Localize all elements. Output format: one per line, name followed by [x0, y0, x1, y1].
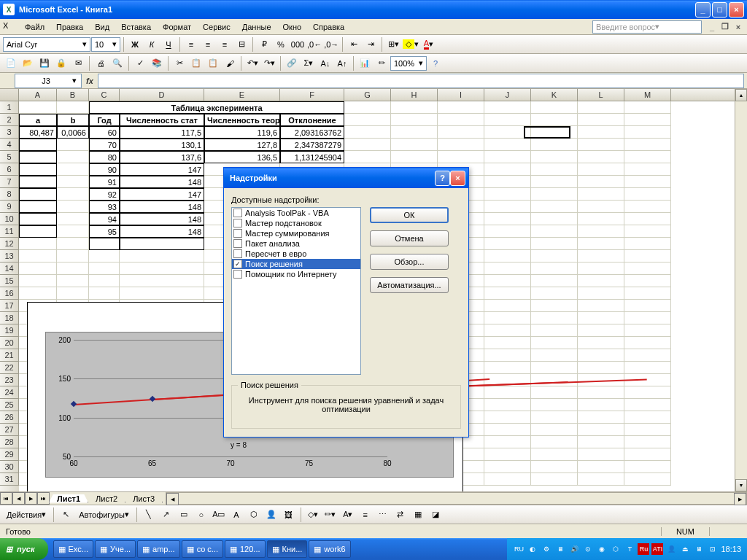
cell[interactable]: 60 [89, 126, 120, 139]
cell[interactable] [19, 201, 57, 213]
tray-icon[interactable]: ◐ [527, 543, 538, 555]
cell[interactable]: 119,6 [204, 126, 280, 139]
print-button[interactable]: 🖨 [93, 55, 109, 71]
dash-style-button[interactable]: ⋯ [375, 507, 391, 523]
cell[interactable]: 92 [89, 188, 120, 201]
copy-button[interactable]: 📋 [188, 55, 204, 71]
row-header[interactable]: 23 [0, 374, 19, 386]
hyperlink-button[interactable]: 🔗 [284, 55, 300, 71]
formula-bar[interactable] [98, 74, 744, 88]
row-header[interactable]: 27 [0, 424, 19, 436]
addin-checkbox[interactable] [233, 219, 242, 228]
borders-button[interactable]: ⊞▾ [385, 36, 401, 52]
line-style-button[interactable]: ≡ [357, 507, 374, 523]
doc-restore-button[interactable]: ❐ [719, 22, 731, 32]
tray-icon[interactable]: 👤 [665, 543, 677, 555]
cell[interactable] [19, 213, 57, 225]
redo-button[interactable]: ↷▾ [261, 55, 277, 71]
dialog-titlebar[interactable]: Надстройки ? × [224, 168, 468, 188]
sort-asc-button[interactable]: A↓ [317, 55, 333, 71]
decrease-decimal-button[interactable]: ,0→ [323, 36, 339, 52]
font-color-draw-button[interactable]: A▾ [340, 507, 356, 523]
format-painter-button[interactable]: 🖌 [222, 55, 238, 71]
cell[interactable]: 147 [120, 163, 204, 176]
automation-button[interactable]: Автоматизация... [370, 277, 449, 293]
menu-format[interactable]: Формат [157, 21, 197, 33]
cell[interactable]: 148 [120, 225, 204, 238]
clipart-button[interactable]: 👤 [263, 507, 279, 523]
comma-button[interactable]: 000 [290, 36, 306, 52]
cell[interactable]: 2,093163762 [280, 126, 344, 139]
arrow-button[interactable]: ↗ [158, 507, 174, 523]
print-preview-button[interactable]: 🔍 [109, 55, 125, 71]
row-header[interactable]: 7 [0, 176, 19, 188]
row-header[interactable]: 8 [0, 188, 19, 201]
cell[interactable] [120, 238, 204, 250]
menu-view[interactable]: Вид [89, 21, 115, 33]
cell[interactable] [19, 176, 57, 188]
tray-icon[interactable]: ⚙ [541, 543, 552, 555]
cell[interactable]: 148 [120, 201, 204, 213]
zoom-selector[interactable]: 100%▾ [390, 56, 427, 71]
scroll-up-button[interactable]: ▲ [735, 89, 747, 101]
clock[interactable]: 18:13 [721, 545, 741, 553]
row-header[interactable]: 18 [0, 312, 19, 324]
addin-checkbox[interactable] [233, 209, 242, 217]
decrease-indent-button[interactable]: ⇤ [346, 36, 362, 52]
tab-nav-prev[interactable]: ◀ [12, 492, 25, 505]
cell[interactable]: 93 [89, 201, 120, 213]
align-center-button[interactable]: ≡ [200, 36, 216, 52]
addins-listbox[interactable]: Analysis ToolPak - VBAМастер подстановок… [231, 207, 361, 375]
cell[interactable] [19, 188, 57, 201]
row-header[interactable]: 3 [0, 126, 19, 139]
autoshapes-menu[interactable]: Автофигуры ▾ [75, 507, 133, 523]
doc-close-button[interactable]: × [732, 22, 744, 32]
select-all-button[interactable] [0, 89, 19, 101]
tray-icon[interactable]: 🔊 [568, 543, 580, 555]
tray-icon[interactable]: ⊡ [707, 543, 719, 555]
row-header[interactable]: 30 [0, 461, 19, 473]
tray-icon[interactable]: T [624, 543, 635, 555]
cell[interactable]: Численность стат [120, 114, 204, 126]
currency-button[interactable]: ₽ [256, 36, 272, 52]
tray-icon[interactable]: ⏏ [679, 543, 691, 555]
tray-icon[interactable]: ⊙ [582, 543, 594, 555]
new-button[interactable]: 📄 [3, 55, 19, 71]
vertical-scrollbar[interactable]: ▲ ▼ [735, 89, 747, 491]
menu-tools[interactable]: Сервис [197, 21, 236, 33]
select-objects-button[interactable]: ↖ [58, 507, 74, 523]
tab-nav-last[interactable]: ⏭ [37, 492, 50, 505]
row-header[interactable]: 31 [0, 473, 19, 486]
row-header[interactable]: 1 [0, 101, 19, 114]
taskbar-item[interactable]: ▦Exc... [53, 540, 94, 558]
column-header[interactable]: K [531, 89, 578, 101]
tray-icon[interactable]: ◉ [596, 543, 608, 555]
addin-item[interactable]: Помощник по Интернету [232, 269, 360, 279]
tab-nav-first[interactable]: ⏮ [0, 492, 12, 505]
rectangle-button[interactable]: ▭ [176, 507, 192, 523]
cell[interactable]: b [57, 114, 89, 126]
cell[interactable]: 148 [120, 176, 204, 188]
window-close-button[interactable]: × [729, 2, 744, 18]
cell[interactable]: 80 [89, 151, 120, 163]
row-header[interactable]: 21 [0, 349, 19, 362]
cancel-button[interactable]: Отмена [370, 230, 449, 246]
row-header[interactable]: 25 [0, 399, 19, 411]
save-button[interactable]: 💾 [36, 55, 53, 71]
diagram-button[interactable]: ⬡ [246, 507, 262, 523]
align-left-button[interactable]: ≡ [183, 36, 199, 52]
taskbar-item[interactable]: ▦Уче... [95, 540, 136, 558]
font-color-button[interactable]: A▾ [420, 36, 436, 52]
oval-button[interactable]: ○ [193, 507, 209, 523]
addin-checkbox[interactable] [233, 249, 242, 258]
email-button[interactable]: ✉ [70, 55, 86, 71]
font-size-selector[interactable]: 10▾ [91, 37, 120, 52]
row-header[interactable]: 29 [0, 448, 19, 461]
cell[interactable]: 1,131245904 [280, 151, 344, 163]
sheet-tab-2[interactable]: Лист2 [88, 494, 125, 503]
cell[interactable]: Таблица эксперимента [89, 101, 344, 114]
cell[interactable] [89, 238, 120, 250]
column-header[interactable]: M [624, 89, 671, 101]
help-search-input[interactable]: Введите вопрос▾ [592, 20, 702, 34]
increase-indent-button[interactable]: ⇥ [363, 36, 379, 52]
